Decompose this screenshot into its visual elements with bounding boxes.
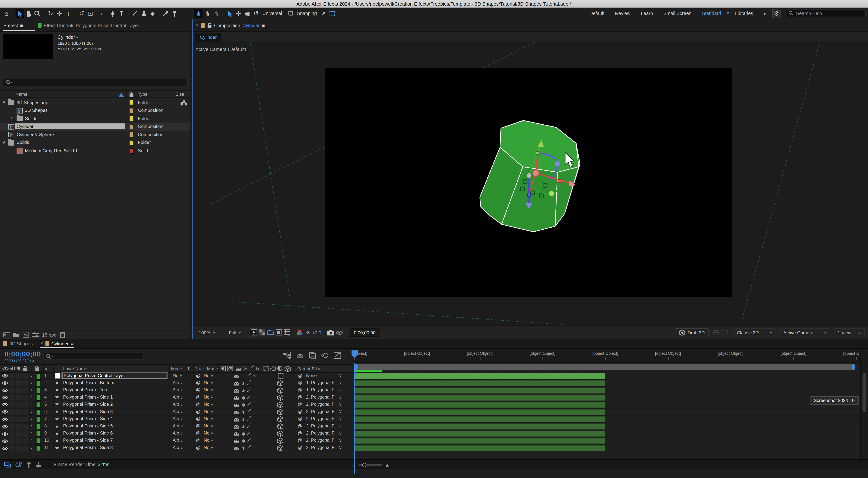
project-row[interactable]: ∨ 3D Shapes.aep Folder xyxy=(0,98,190,106)
region-of-interest-toolbar-icon[interactable] xyxy=(328,9,336,18)
layer-duration-bar[interactable] xyxy=(354,402,605,408)
work-area-end-handle[interactable] xyxy=(852,364,855,370)
view-axis-mode-icon[interactable]: ⋔ xyxy=(212,9,220,18)
tab-composition-label[interactable]: Composition xyxy=(214,23,240,28)
3d-layer-toggle[interactable] xyxy=(277,445,284,451)
zoom-in-mountain-icon[interactable]: ▲ xyxy=(385,462,390,468)
selection-tool-icon[interactable] xyxy=(16,9,24,18)
layer-row[interactable]: › 6 Polygonal Prism - Side 3 Alp ∨ @ No … xyxy=(0,409,868,416)
eye-icon[interactable] xyxy=(2,417,8,422)
workspace-button-active[interactable]: Standard xyxy=(697,10,726,16)
quality-toggle-icon[interactable]: ╱ xyxy=(247,394,250,400)
snap-options-icon[interactable]: ↗ xyxy=(319,9,327,18)
audio-toggle[interactable] xyxy=(9,446,15,451)
layer-name[interactable]: Polygonal Prism - Side 4 xyxy=(63,416,113,421)
show-snapshot-icon[interactable] xyxy=(335,328,343,337)
3d-layer-toggle[interactable] xyxy=(277,409,284,415)
adjust-settings-icon[interactable] xyxy=(32,332,39,338)
track-matte-pickwhip-icon[interactable]: @ xyxy=(196,423,200,428)
track-matte-pickwhip-icon[interactable]: @ xyxy=(196,380,200,385)
layer-row[interactable]: › 3 Polygonal Prism - Top Alp ∨ @ No ∨ ∗… xyxy=(0,387,868,394)
column-layer-name[interactable]: Layer Name xyxy=(63,366,87,371)
transparency-grid-icon[interactable] xyxy=(258,328,266,337)
solo-toggle[interactable] xyxy=(16,417,22,422)
audio-toggle[interactable] xyxy=(9,417,15,422)
blend-mode-dropdown[interactable]: Alp ∨ xyxy=(173,380,183,385)
quality-toggle-icon[interactable]: ╱ xyxy=(247,431,250,436)
preview-item-name[interactable]: Cylinder xyxy=(58,34,75,40)
quality-toggle-icon[interactable]: ╱ xyxy=(247,423,250,429)
3d-layer-toggle[interactable] xyxy=(277,431,284,437)
label-color-chip[interactable] xyxy=(130,100,134,105)
shy-column-icon[interactable] xyxy=(235,366,242,372)
track-matte-pickwhip-icon[interactable]: @ xyxy=(196,373,200,378)
3d-layer-toggle[interactable] xyxy=(277,387,284,393)
timeline-zoom-control[interactable]: ▲ ▲ xyxy=(353,460,390,469)
composition-viewer[interactable]: Active Camera (Default) xyxy=(192,41,868,325)
pen-tool-icon[interactable] xyxy=(108,9,117,18)
effects-toggle-icon[interactable]: fx xyxy=(252,373,256,378)
label-column-tag-icon[interactable] xyxy=(35,366,40,372)
vertical-scrollbar[interactable] xyxy=(863,373,867,412)
solo-toggle[interactable] xyxy=(16,446,22,451)
project-row[interactable]: Cylinder & Sphere Composition xyxy=(0,131,190,139)
project-row[interactable]: 3D Shapes Composition xyxy=(0,106,190,115)
column-mode[interactable]: Mode xyxy=(171,366,182,371)
project-row[interactable]: ∨ Solids Folder xyxy=(0,139,190,147)
item-name[interactable]: Cylinder xyxy=(15,124,125,129)
layer-row[interactable]: › 9 Polygonal Prism - Side 6 Alp ∨ @ No … xyxy=(0,430,868,438)
layer-color-chip[interactable] xyxy=(36,402,41,408)
lock-toggle[interactable] xyxy=(23,373,28,379)
layer-color-chip[interactable] xyxy=(36,445,41,451)
project-row[interactable]: Cylinder Composition xyxy=(0,123,190,131)
roto-brush-tool-icon[interactable] xyxy=(162,9,170,18)
panel-menu-icon[interactable]: ≡ xyxy=(262,23,265,28)
eye-icon[interactable] xyxy=(2,388,8,392)
track-matte-pickwhip-icon[interactable]: @ xyxy=(196,438,200,443)
layer-row[interactable]: › 7 Polygonal Prism - Side 4 Alp ∨ @ No … xyxy=(0,416,868,423)
exposure-value[interactable]: +0.0 xyxy=(312,330,321,335)
rectangle-tool-icon[interactable]: ▭ xyxy=(100,9,108,18)
layer-row[interactable]: › 4 Polygonal Prism - Side 1 Alp ∨ @ No … xyxy=(0,394,868,402)
3d-ground-plane-icon[interactable] xyxy=(712,328,720,337)
parent-pickwhip-icon[interactable]: @ xyxy=(298,438,302,443)
column-parent-link[interactable]: Parent & Link xyxy=(297,366,324,371)
expander-icon[interactable]: ∨ xyxy=(1,100,7,105)
puppet-pin-tool-icon[interactable] xyxy=(170,9,179,18)
layer-row[interactable]: › 2 Polygonal Prism - Bottom Alp ∨ @ No … xyxy=(0,380,868,387)
audio-toggle[interactable] xyxy=(9,424,15,429)
shy-toggle-icon[interactable] xyxy=(233,445,240,451)
clone-stamp-tool-icon[interactable] xyxy=(140,9,148,18)
eye-icon[interactable] xyxy=(2,439,8,443)
motion-blur-column-icon[interactable] xyxy=(270,366,276,372)
track-matte-dropdown[interactable]: No ∨ xyxy=(204,423,213,428)
track-matte-pickwhip-icon[interactable]: @ xyxy=(196,409,200,414)
lock-toggle[interactable] xyxy=(23,409,28,415)
item-name[interactable]: 3D Shapes.aep xyxy=(15,99,50,105)
layer-name[interactable]: Polygonal Prism - Side 6 xyxy=(63,431,113,436)
snapping-checkbox[interactable] xyxy=(289,11,293,15)
home-icon[interactable]: ⌂ xyxy=(2,9,10,18)
shy-toggle-icon[interactable] xyxy=(233,416,240,422)
scale-gizmo-icon[interactable]: ▦ xyxy=(243,9,251,18)
quality-toggle-icon[interactable]: ╱ xyxy=(247,409,250,414)
panel-menu-icon[interactable]: ≡ xyxy=(71,341,74,346)
layer-name[interactable]: Polygonal Prism - Bottom xyxy=(63,380,114,385)
project-row[interactable]: › Solids Folder xyxy=(0,115,190,123)
view-count-dropdown[interactable]: 1 View∨ xyxy=(834,328,865,337)
workspace-button[interactable]: Libraries xyxy=(730,10,758,16)
track-matte-pickwhip-icon[interactable]: @ xyxy=(196,431,200,436)
layer-name[interactable]: Polygonal Prism - Side 5 xyxy=(63,423,113,428)
magnification-dropdown[interactable]: 100% xyxy=(196,328,218,337)
layer-duration-bar[interactable] xyxy=(354,387,605,393)
project-search-field[interactable]: ▾ xyxy=(3,79,188,86)
workspace-settings-icon[interactable]: ⚙ xyxy=(772,9,780,18)
viewer-timecode[interactable]: 0;00;00;00 xyxy=(349,328,381,337)
track-matte-dropdown[interactable]: No ∨ xyxy=(204,387,213,392)
timeline-tab-active[interactable]: × Cylinder ≡ xyxy=(40,339,74,348)
blend-mode-dropdown[interactable]: Alp ∨ xyxy=(173,431,183,436)
track-matte-dropdown[interactable]: No ∨ xyxy=(204,402,213,407)
render-time-pane-icon[interactable] xyxy=(35,461,42,468)
unlock-icon[interactable] xyxy=(207,23,212,28)
shy-toggle-icon[interactable] xyxy=(233,431,240,437)
